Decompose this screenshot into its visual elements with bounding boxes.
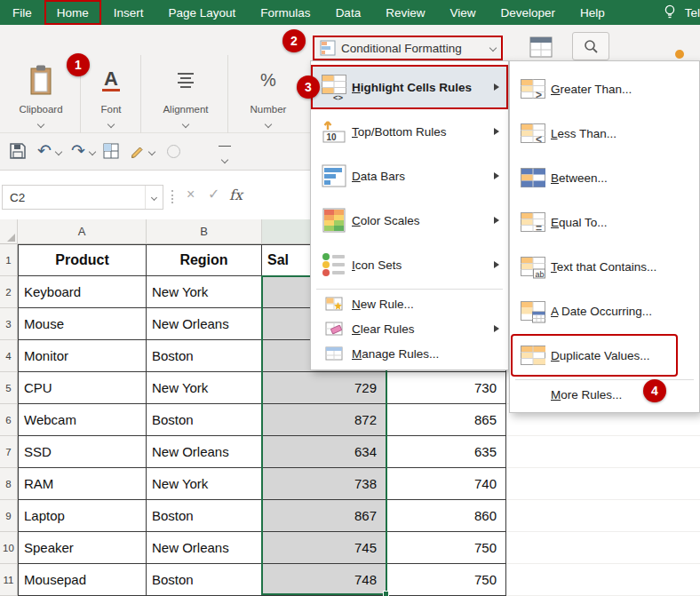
cell-d8[interactable]: 740 [386,468,506,500]
cell-b10[interactable]: New Orleans [147,532,262,564]
chevron-down-icon[interactable] [55,148,62,155]
insert-function-icon[interactable]: fx [229,187,243,203]
cell-a9[interactable]: Laptop [18,500,147,532]
search-button[interactable] [572,32,609,60]
cell-a5[interactable]: CPU [18,372,147,404]
name-box-dropdown[interactable] [145,186,163,209]
pen-icon[interactable] [130,143,146,163]
circle-icon[interactable] [167,145,180,158]
customize-toolbar-icon[interactable] [219,146,231,166]
ribbon-group-number[interactable]: % Number [233,57,304,146]
cell-a7[interactable]: SSD [18,436,147,468]
cell-a1[interactable]: Product [18,244,147,276]
row-header[interactable]: 3 [0,308,18,340]
menu-item-data-bars[interactable]: Data Bars [311,154,508,198]
cell-a4[interactable]: Monitor [18,340,147,372]
cell-c5[interactable]: 729 [262,372,386,404]
cell-b3[interactable]: New Orleans [147,308,262,340]
menu-item-icon-sets[interactable]: Icon Sets [311,242,508,287]
column-header-a[interactable]: A [18,219,147,244]
row-header[interactable]: 1 [0,244,18,276]
column-header-b[interactable]: B [147,219,262,244]
tell-me-label[interactable]: Tel [685,0,700,25]
row-header[interactable]: 8 [0,468,18,500]
cell-d5[interactable]: 730 [386,372,506,404]
tell-me-bulb-icon[interactable] [655,0,685,25]
submenu-item-greater-than[interactable]: > Greater Than... [510,67,699,111]
cell-b5[interactable]: New York [147,372,262,404]
tab-data[interactable]: Data [323,0,374,25]
ribbon-group-clipboard[interactable]: Clipboard [5,57,76,146]
tab-view[interactable]: View [437,0,488,25]
enter-icon[interactable]: ✓ [208,187,219,202]
tab-insert[interactable]: Insert [101,0,156,25]
cell-c7[interactable]: 634 [262,436,386,468]
menu-item-color-scales[interactable]: Color Scales [311,198,508,242]
cell-b11[interactable]: Boston [147,564,262,596]
redo-icon[interactable]: ↷ [71,142,85,159]
submenu-item-more-rules[interactable]: More Rules... [510,382,699,407]
cell-b1[interactable]: Region [147,244,262,276]
cell-c11[interactable]: 748 [262,564,386,596]
menu-item-manage-rules[interactable]: Manage Rules... [311,341,508,366]
tab-formulas[interactable]: Formulas [248,0,322,25]
cell-a11[interactable]: Mousepad [18,564,147,596]
row-header[interactable]: 6 [0,404,18,436]
menu-item-new-rule[interactable]: New Rule... [311,291,508,316]
row-header[interactable]: 4 [0,340,18,372]
cell-c8[interactable]: 738 [262,468,386,500]
formula-bar-handle[interactable] [171,190,173,203]
submenu-item-text-that-contains[interactable]: ab Text that Contains... [510,244,699,289]
tab-file[interactable]: File [0,0,44,25]
submenu-item-duplicate-values[interactable]: Duplicate Values... [510,333,699,377]
borders-grid-icon[interactable] [103,143,119,163]
chevron-down-icon[interactable] [89,148,96,155]
ribbon-group-font[interactable]: A Font [85,57,137,146]
submenu-item-between[interactable]: Between... [510,155,699,200]
save-icon[interactable] [9,142,27,163]
menu-item-highlight-cells-rules[interactable]: <> Highlight Cells Rules [311,65,508,109]
cell-d10[interactable]: 750 [386,532,506,564]
cancel-icon[interactable]: × [187,187,195,202]
cell-d7[interactable]: 635 [386,436,506,468]
chevron-down-icon[interactable] [107,120,115,127]
row-header[interactable]: 7 [0,436,18,468]
cell-a10[interactable]: Speaker [18,532,147,564]
cell-b7[interactable]: New Orleans [147,436,262,468]
row-header[interactable]: 2 [0,276,18,308]
cell-a8[interactable]: RAM [18,468,147,500]
conditional-formatting-button[interactable]: Conditional Formatting [313,36,503,60]
row-header[interactable]: 11 [0,564,18,596]
row-header[interactable]: 9 [0,500,18,532]
cell-c9[interactable]: 867 [262,500,386,532]
cell-a6[interactable]: Webcam [18,404,147,436]
tab-help[interactable]: Help [568,0,617,25]
chevron-down-icon[interactable] [148,148,155,155]
name-box[interactable]: C2 [2,185,163,210]
submenu-item-equal-to[interactable]: = Equal To... [510,200,699,244]
window-icon[interactable] [529,36,553,62]
cell-b2[interactable]: New York [147,276,262,308]
cell-d6[interactable]: 865 [386,404,506,436]
cell-a3[interactable]: Mouse [18,308,147,340]
submenu-item-a-date-occurring[interactable]: A Date Occurring... [510,289,699,333]
select-all-corner[interactable] [0,219,18,244]
row-header[interactable]: 5 [0,372,18,404]
menu-item-top-bottom-rules[interactable]: 10 Top/Bottom Rules [311,109,508,154]
tab-home[interactable]: Home [44,0,101,25]
cell-b6[interactable]: Boston [147,404,262,436]
chevron-down-icon[interactable] [182,120,189,127]
cell-b9[interactable]: Boston [147,500,262,532]
row-header[interactable]: 10 [0,532,18,564]
undo-icon[interactable]: ↶ [37,142,52,159]
cell-d9[interactable]: 860 [386,500,506,532]
fill-handle[interactable] [383,591,389,596]
chevron-down-icon[interactable] [265,120,272,127]
tab-developer[interactable]: Developer [488,0,568,25]
ribbon-group-alignment[interactable]: Alignment [147,57,224,146]
chevron-down-icon[interactable] [37,120,44,127]
cell-d11[interactable]: 750 [386,564,506,596]
submenu-item-less-than[interactable]: < Less Than... [510,111,699,155]
cell-c6[interactable]: 872 [262,404,386,436]
tab-review[interactable]: Review [373,0,437,25]
